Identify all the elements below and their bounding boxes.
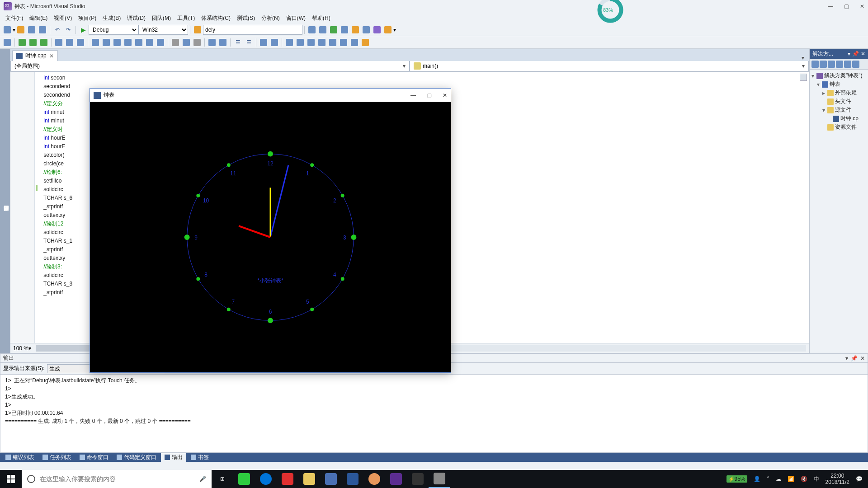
properties-icon[interactable] (844, 61, 851, 68)
close-button[interactable]: ✕ (860, 3, 864, 9)
app-explorer[interactable] (298, 470, 320, 488)
tab-bookmarks[interactable]: 书签 (187, 453, 212, 462)
start-button[interactable] (0, 470, 22, 488)
refresh-icon[interactable] (820, 61, 827, 68)
tray-chevron-icon[interactable]: ˄ (767, 476, 769, 482)
tb2-z[interactable] (306, 38, 316, 47)
tab-code-definition[interactable]: 代码定义窗口 (113, 453, 160, 462)
output-close-icon[interactable]: ✕ (860, 355, 865, 361)
uncomment-button[interactable] (101, 38, 111, 47)
tab-error-list[interactable]: 错误列表 (2, 453, 38, 462)
panel-close-icon[interactable]: ✕ (861, 51, 865, 57)
toolbar-btn-a[interactable] (307, 25, 317, 35)
volume-icon[interactable]: 🔇 (801, 476, 807, 482)
task-view-button[interactable]: ⊞ (212, 470, 233, 488)
step-over-button[interactable] (17, 38, 27, 47)
new-project-button[interactable] (2, 25, 12, 35)
tb2-n[interactable] (156, 38, 165, 47)
app-5[interactable] (320, 470, 342, 488)
scope-right-combo[interactable]: main()▾ (410, 61, 809, 71)
app-vs[interactable] (385, 470, 407, 488)
quick-find-input[interactable] (203, 25, 302, 35)
menu-architecture[interactable]: 体系结构(C) (198, 14, 233, 23)
tb2-ac[interactable] (339, 38, 349, 47)
toolbar-btn-e[interactable] (350, 25, 360, 35)
tb2-g[interactable] (75, 38, 85, 47)
menu-help[interactable]: 帮助(H) (309, 14, 333, 23)
output-body[interactable]: 1> 正在对“Debug\钟表.lastbuildstate”执行 Touch … (0, 375, 868, 452)
showall-icon[interactable] (852, 61, 859, 68)
toolbar-btn-f[interactable] (361, 25, 371, 35)
undo-button[interactable]: ↶ (52, 25, 62, 35)
tb2-q[interactable] (192, 38, 202, 47)
pin-icon[interactable]: ▾ (848, 51, 850, 57)
notifications-icon[interactable]: 💬 (856, 476, 863, 482)
indent-button[interactable]: ☰ (233, 38, 243, 47)
menu-team[interactable]: 团队(M) (149, 14, 174, 23)
tab-command-window[interactable]: 命令窗口 (76, 453, 112, 462)
solution-tree[interactable]: ▾解决方案"钟表"( ▾钟表 ▸外部依赖 头文件 ▾源文件 时钟.cp 资源文件 (810, 70, 868, 133)
taskbar-search[interactable]: 🎤 (22, 470, 212, 488)
app-1[interactable] (233, 470, 255, 488)
toolbar-btn-d[interactable] (340, 25, 349, 35)
app-2[interactable] (255, 470, 277, 488)
taskbar-clock[interactable]: 22:00 2018/11/2 (826, 473, 849, 485)
tb2-s[interactable] (218, 38, 228, 47)
config-combo[interactable]: Debug (89, 25, 138, 35)
tb2-y[interactable] (295, 38, 305, 47)
menu-tools[interactable]: 工具(T) (175, 14, 198, 23)
tb2-a[interactable] (2, 38, 12, 47)
sync-icon[interactable] (828, 61, 835, 68)
search-input[interactable] (40, 475, 195, 483)
autohide-icon[interactable]: 📌 (852, 51, 859, 57)
save-button[interactable] (27, 25, 37, 35)
system-tray[interactable]: ⚡95% 👤 ˄ ☁ 📶 🔇 中 22:00 2018/11/2 💬 (721, 473, 868, 485)
split-button[interactable] (800, 74, 807, 81)
tb2-o[interactable] (170, 38, 180, 47)
clock-maximize-button[interactable]: ▢ (427, 92, 432, 99)
toolbar-btn-b[interactable] (318, 25, 328, 35)
solution-header[interactable]: 解决方... ▾📌✕ (810, 49, 868, 59)
platform-combo[interactable]: Win32 (138, 25, 188, 35)
tab-task-list[interactable]: 任务列表 (39, 453, 75, 462)
mic-icon[interactable]: 🎤 (199, 476, 206, 482)
save-all-button[interactable] (38, 25, 47, 35)
clock-close-button[interactable]: ✕ (443, 92, 447, 99)
tb2-r[interactable] (207, 38, 217, 47)
tb2-e[interactable] (54, 38, 64, 47)
clock-titlebar[interactable]: 钟表 — ▢ ✕ (90, 89, 451, 102)
document-tab-active[interactable]: 时钟.cpp ✕ (12, 50, 58, 61)
output-pin-icon[interactable]: 📌 (851, 355, 858, 361)
step-into-button[interactable] (28, 38, 38, 47)
home-icon[interactable] (811, 61, 819, 68)
tb2-aa[interactable] (317, 38, 327, 47)
people-icon[interactable]: 👤 (754, 476, 760, 482)
tb2-ab[interactable] (328, 38, 338, 47)
output-dropdown-icon[interactable]: ▾ (845, 355, 848, 361)
app-7[interactable] (363, 470, 385, 488)
app-9[interactable] (407, 470, 429, 488)
tb2-x[interactable] (284, 38, 294, 47)
comment-button[interactable] (90, 38, 100, 47)
tab-output[interactable]: 输出 (161, 453, 186, 462)
toolbar-btn-h[interactable] (383, 25, 393, 35)
battery-indicator[interactable]: ⚡95% (726, 475, 747, 483)
ime-indicator[interactable]: 中 (814, 475, 819, 483)
menu-test[interactable]: 测试(S) (234, 14, 258, 23)
tb2-j[interactable] (112, 38, 122, 47)
tb2-l[interactable] (134, 38, 144, 47)
left-tool-gutter[interactable]: 服务器资源管理器 工具箱 (0, 49, 10, 353)
zoom-level[interactable]: 100 % (13, 345, 28, 352)
tb2-k[interactable] (123, 38, 133, 47)
tb2-ae[interactable] (360, 38, 370, 47)
tab-overflow-button[interactable]: ▾ (799, 55, 807, 61)
menu-build[interactable]: 生成(B) (100, 14, 123, 23)
network-icon[interactable]: 📶 (788, 476, 794, 482)
find-in-files-icon[interactable] (193, 25, 203, 35)
clock-minimize-button[interactable]: — (410, 92, 416, 99)
outdent-button[interactable]: ☰ (244, 38, 254, 47)
menu-window[interactable]: 窗口(W) (283, 14, 308, 23)
tab-close-icon[interactable]: ✕ (49, 53, 54, 59)
tb2-v[interactable] (259, 38, 269, 47)
menu-edit[interactable]: 编辑(E) (27, 14, 50, 23)
